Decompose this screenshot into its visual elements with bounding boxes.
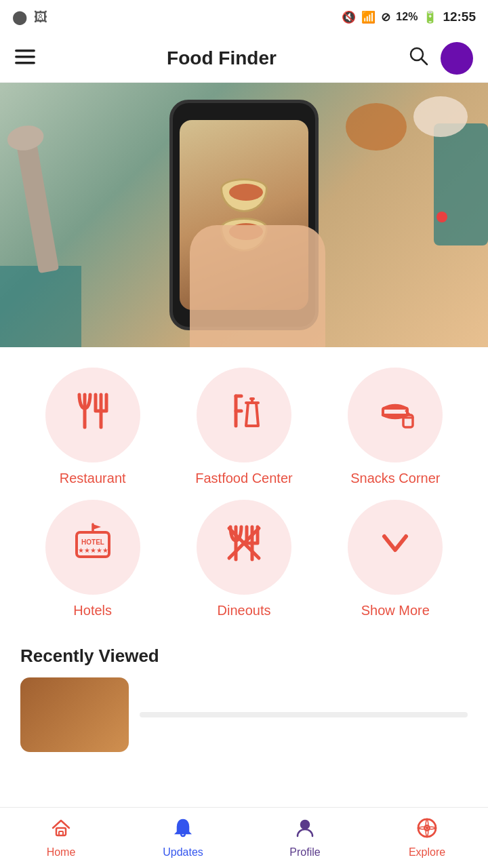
capture-button bbox=[436, 212, 447, 222]
dineouts-label: Dineouts bbox=[218, 603, 271, 618]
svg-rect-27 bbox=[59, 831, 63, 835]
updates-label: Updates bbox=[163, 846, 203, 859]
fastfood-label: Fastfood Center bbox=[195, 471, 292, 486]
hotels-circle: HOTEL ★★★★★ bbox=[45, 500, 140, 595]
nav-profile[interactable]: Profile bbox=[244, 817, 366, 859]
snacks-circle bbox=[348, 368, 443, 462]
category-restaurant[interactable]: Restaurant bbox=[20, 368, 165, 486]
categories-grid: Restaurant Fastfood bbox=[20, 368, 468, 618]
status-left: ⬤ 🖼 bbox=[12, 9, 47, 25]
explore-icon bbox=[416, 817, 438, 844]
dineouts-icon bbox=[222, 521, 266, 573]
search-button[interactable] bbox=[408, 45, 428, 71]
status-bar: ⬤ 🖼 🔇 📶 ⊘ 12% 🔋 12:55 bbox=[0, 0, 488, 34]
chevron-down-icon bbox=[375, 523, 415, 572]
home-icon bbox=[50, 817, 72, 844]
menu-button[interactable] bbox=[15, 47, 35, 69]
spoon-icon bbox=[16, 136, 59, 273]
showmore-circle bbox=[348, 500, 443, 595]
recently-scroll-indicator bbox=[140, 712, 468, 717]
restaurant-icon bbox=[71, 389, 115, 441]
teal-cloth bbox=[434, 123, 488, 245]
header-actions bbox=[408, 42, 473, 75]
home-label: Home bbox=[47, 846, 76, 859]
hotels-icon: HOTEL ★★★★★ bbox=[71, 521, 115, 573]
time-display: 12:55 bbox=[443, 9, 476, 24]
nav-updates[interactable]: Updates bbox=[122, 817, 244, 859]
svg-text:★★★★★: ★★★★★ bbox=[77, 547, 108, 554]
fastfood-icon bbox=[222, 389, 266, 441]
launcher-icon: ⬤ bbox=[12, 9, 27, 25]
recently-viewed-title: Recently Viewed bbox=[20, 646, 468, 667]
recently-card-1[interactable] bbox=[20, 677, 129, 752]
battery-icon: 🔋 bbox=[423, 10, 437, 24]
categories-section: Restaurant Fastfood bbox=[0, 347, 488, 625]
restaurant-circle bbox=[45, 368, 140, 462]
svg-line-4 bbox=[422, 59, 427, 64]
category-hotels[interactable]: HOTEL ★★★★★ Hotels bbox=[20, 500, 165, 618]
svg-rect-1 bbox=[15, 56, 35, 58]
hotels-label: Hotels bbox=[73, 603, 112, 618]
svg-marker-21 bbox=[93, 524, 101, 530]
category-showmore[interactable]: Show More bbox=[323, 500, 468, 618]
recently-viewed-row bbox=[20, 677, 468, 752]
status-right: 🔇 📶 ⊘ 12% 🔋 12:55 bbox=[342, 9, 476, 24]
restaurant-label: Restaurant bbox=[60, 471, 126, 486]
snacks-label: Snacks Corner bbox=[350, 471, 440, 486]
svg-rect-0 bbox=[15, 50, 35, 52]
svg-rect-2 bbox=[15, 62, 35, 64]
hand-image bbox=[190, 225, 325, 347]
bottom-navigation: Home Updates Profile bbox=[0, 807, 488, 868]
soup-bowl-1 bbox=[220, 178, 268, 212]
fastfood-circle bbox=[197, 368, 291, 462]
nav-explore[interactable]: Explore bbox=[366, 817, 488, 859]
svg-rect-13 bbox=[383, 408, 407, 415]
category-snacks[interactable]: Snacks Corner bbox=[323, 368, 468, 486]
category-dineouts[interactable]: Dineouts bbox=[171, 500, 316, 618]
user-avatar[interactable] bbox=[441, 42, 473, 75]
wifi-icon: 📶 bbox=[361, 10, 375, 24]
battery-level: 12% bbox=[396, 11, 418, 23]
recently-viewed-section: Recently Viewed bbox=[0, 625, 488, 752]
svg-text:HOTEL: HOTEL bbox=[81, 538, 104, 546]
hero-image bbox=[0, 83, 488, 347]
person-icon bbox=[294, 817, 316, 844]
snacks-icon bbox=[373, 389, 417, 441]
image-icon: 🖼 bbox=[34, 9, 47, 25]
mute-icon: 🔇 bbox=[342, 10, 356, 24]
app-header: Food Finder bbox=[0, 34, 488, 83]
category-fastfood[interactable]: Fastfood Center bbox=[171, 368, 316, 486]
hero-banner bbox=[0, 83, 488, 347]
app-title: Food Finder bbox=[167, 47, 277, 69]
dineouts-circle bbox=[197, 500, 291, 595]
food-bowl-top bbox=[346, 103, 407, 151]
svg-point-28 bbox=[301, 821, 309, 829]
sauce-bowl bbox=[413, 96, 468, 137]
bell-icon bbox=[172, 817, 194, 844]
showmore-label: Show More bbox=[361, 603, 430, 618]
no-signal-icon: ⊘ bbox=[381, 10, 390, 24]
nav-home[interactable]: Home bbox=[0, 817, 122, 859]
teal-cloth-bl bbox=[0, 266, 81, 347]
profile-label: Profile bbox=[289, 846, 320, 859]
explore-label: Explore bbox=[409, 846, 445, 859]
